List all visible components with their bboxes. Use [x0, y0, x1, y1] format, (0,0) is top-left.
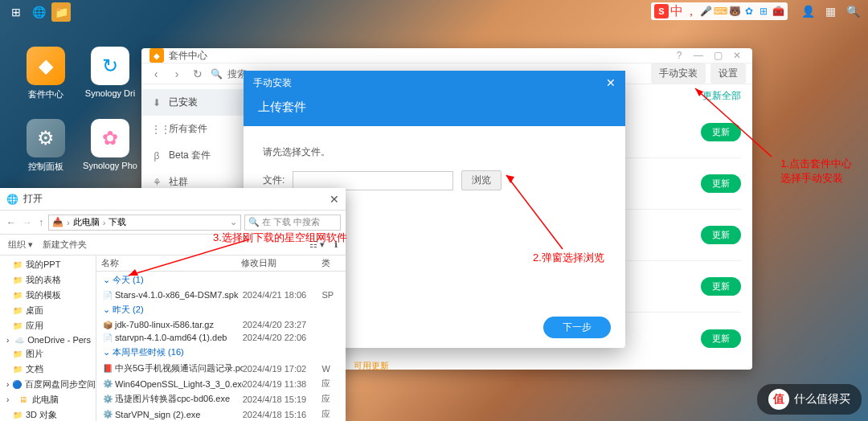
file-row[interactable]: ⚙️迅捷图片转换器cpc-bd06.exe2024/4/18 15:19应: [96, 391, 346, 407]
manual-install-button[interactable]: 手动安装: [651, 63, 706, 84]
control-icon: ⚙: [27, 119, 65, 157]
watermark: 值 什么值得买: [757, 384, 862, 415]
folder-tree[interactable]: 📁我的PPT📁我的表格📁我的模板📁桌面📁应用›☁️OneDrive - Pers…: [0, 255, 96, 421]
community-icon: ⚘: [151, 177, 162, 188]
modal-title: 手动安装: [253, 76, 292, 90]
tree-item[interactable]: 📁文档: [0, 362, 96, 377]
tree-item[interactable]: ›☁️OneDrive - Pers: [0, 333, 96, 346]
ime-bar: S 中 ， 🎤 ⌨ 🐻 ✿ ⊞ 🧰: [651, 2, 788, 20]
tree-item[interactable]: 📁我的表格: [0, 272, 96, 288]
grid-icon: ⋮⋮: [151, 124, 162, 135]
dialog-toolbar: 组织 ▾ 新建文件夹 ☷ ▾ ℹ: [0, 235, 346, 255]
window-titlebar[interactable]: ◆ 套件中心 ? — ▢ ✕: [141, 48, 752, 63]
sidebar-item-all[interactable]: ⋮⋮所有套件: [141, 116, 253, 142]
desktop-icon-control[interactable]: ⚙ 控制面板: [18, 119, 74, 173]
nav-reload-icon[interactable]: ↻: [190, 67, 206, 80]
download-icon: ⬇: [151, 97, 162, 108]
update-button[interactable]: 更新: [701, 329, 741, 348]
file-row[interactable]: ⚙️StarVPN_sign (2).exe2024/4/18 15:16应: [96, 407, 346, 421]
nav-forward-icon[interactable]: ›: [169, 67, 185, 80]
forward-icon[interactable]: →: [21, 217, 34, 228]
nav-back-icon[interactable]: ‹: [148, 67, 164, 80]
up-icon[interactable]: ↑: [37, 217, 45, 228]
pkg-app-icon: ◆: [149, 48, 164, 63]
tree-item[interactable]: 📁3D 对象: [0, 407, 96, 421]
help-icon[interactable]: ?: [672, 50, 686, 61]
modal-prompt: 请先选择文件。: [263, 145, 606, 159]
tree-item[interactable]: 📁图片: [0, 346, 96, 362]
sidebar-item-beta[interactable]: βBeta 套件: [141, 142, 253, 169]
minimize-icon[interactable]: —: [691, 50, 706, 61]
chrome-icon: 🌐: [6, 194, 18, 205]
file-input[interactable]: [293, 171, 453, 190]
sidebar-item-installed[interactable]: ⬇已安装: [141, 89, 253, 116]
toolbox-icon[interactable]: 🧰: [772, 5, 784, 18]
modal-close-icon[interactable]: ✕: [606, 76, 616, 89]
keyboard-icon[interactable]: ⌨: [714, 5, 727, 18]
mic-icon[interactable]: 🎤: [699, 5, 712, 18]
desktop-icon-photos[interactable]: ✿ Synology Pho: [82, 119, 138, 170]
browse-button[interactable]: 浏览: [461, 170, 502, 190]
dialog-title: 打开: [23, 192, 43, 206]
filemgr-icon[interactable]: 📁: [51, 2, 71, 22]
globe-icon[interactable]: 🌐: [29, 2, 48, 22]
search-icon: 🔍: [211, 68, 223, 80]
dialog-titlebar[interactable]: 🌐 打开 ✕: [0, 188, 346, 210]
desktop-icon-drive[interactable]: ↻ Synology Dri: [82, 47, 138, 98]
tree-item[interactable]: 📁我的PPT: [0, 257, 96, 272]
update-all-button[interactable]: 更新全部: [702, 89, 741, 103]
list-header[interactable]: 名称 修改日期 类: [96, 255, 346, 272]
system-tray: 👤 ▦ 🔍: [794, 2, 862, 20]
emoji-icon[interactable]: 🐻: [728, 5, 741, 18]
photos-icon: ✿: [91, 119, 129, 157]
update-button[interactable]: 更新: [701, 277, 741, 296]
maximize-icon[interactable]: ▢: [710, 50, 725, 61]
ime-lang[interactable]: 中: [670, 3, 683, 20]
back-icon[interactable]: ←: [5, 217, 18, 228]
file-row[interactable]: 📄starvpn-4.1.0-amd64 (1).deb2024/4/20 22…: [96, 331, 346, 344]
watermark-icon: 值: [768, 389, 789, 410]
window-title: 套件中心: [169, 49, 207, 63]
file-row[interactable]: 📦jdk-7u80-linux-i586.tar.gz2024/4/20 23:…: [96, 318, 346, 331]
settings-button[interactable]: 设置: [710, 63, 746, 84]
robot-icon[interactable]: ✿: [743, 5, 755, 18]
grid-icon[interactable]: ⊞: [757, 5, 770, 18]
tree-item[interactable]: 📁我的模板: [0, 288, 96, 303]
file-row[interactable]: 📕中兴5G手机视频通话问题记录.pdf2024/4/19 17:02W: [96, 361, 346, 376]
dialog-search[interactable]: 🔍 在 下载 中搜索: [244, 215, 341, 231]
file-group[interactable]: ⌄ 今天 (1): [96, 272, 346, 288]
dialog-close-icon[interactable]: ✕: [330, 193, 339, 206]
next-button[interactable]: 下一步: [543, 317, 611, 338]
info-icon[interactable]: ℹ: [334, 239, 338, 250]
widgets-icon[interactable]: ▦: [821, 2, 839, 20]
annotation-1: 1.点击套件中心 选择手动安装: [780, 157, 852, 186]
close-icon[interactable]: ✕: [730, 50, 744, 61]
available-update-label: 可用更新: [354, 360, 389, 372]
tree-item[interactable]: 📁桌面: [0, 303, 96, 318]
file-group[interactable]: ⌄ 昨天 (2): [96, 301, 346, 318]
downloads-icon: 📥: [52, 217, 63, 227]
path-breadcrumb[interactable]: 📥 › 此电脑 › 下载 ⌄: [48, 215, 241, 231]
update-button[interactable]: 更新: [701, 123, 741, 141]
update-button[interactable]: 更新: [701, 174, 741, 193]
file-list: 名称 修改日期 类 ⌄ 今天 (1)📄Stars-v4.1.0-x86_64-D…: [96, 255, 346, 421]
file-label: 文件:: [263, 174, 285, 187]
modal-header[interactable]: 手动安装 ✕: [244, 71, 625, 95]
ime-badge[interactable]: S: [654, 4, 669, 18]
tree-item[interactable]: ›🖥此电脑: [0, 392, 96, 407]
file-group[interactable]: ⌄ 本周早些时候 (16): [96, 344, 346, 361]
organize-button[interactable]: 组织 ▾: [8, 239, 33, 251]
file-row[interactable]: 📄Stars-v4.1.0-x86_64-DSM7.spk2024/4/21 1…: [96, 288, 346, 301]
modal-subtitle: 上传套件: [244, 95, 625, 126]
update-button[interactable]: 更新: [701, 226, 741, 244]
file-row[interactable]: ⚙️Win64OpenSSL_Light-3_3_0.exe2024/4/19 …: [96, 376, 346, 391]
tree-item[interactable]: 📁应用: [0, 318, 96, 333]
tree-item[interactable]: ›🔵百度网盘同步空间: [0, 377, 96, 392]
apps-icon[interactable]: ⊞: [6, 2, 26, 22]
new-folder-button[interactable]: 新建文件夹: [43, 239, 87, 251]
view-icon[interactable]: ☷ ▾: [309, 239, 325, 250]
user-icon[interactable]: 👤: [799, 2, 817, 20]
dialog-navbar: ← → ↑ 📥 › 此电脑 › 下载 ⌄ 🔍 在 下载 中搜索: [0, 210, 346, 235]
search-icon[interactable]: 🔍: [844, 2, 862, 20]
desktop-icon-pkgcenter[interactable]: ◆ 套件中心: [18, 47, 74, 100]
